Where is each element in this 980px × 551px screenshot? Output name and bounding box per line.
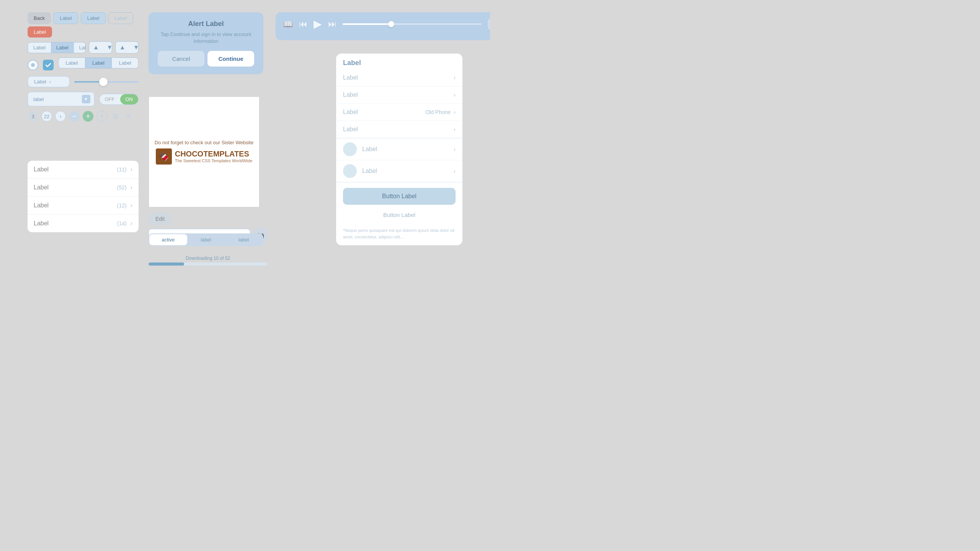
- right-section-header: Label: [336, 54, 462, 69]
- choco-icon: 🍫: [156, 148, 172, 165]
- list-item-label-2: Label: [34, 202, 117, 209]
- number-badge-2: 22: [41, 111, 52, 122]
- plus-outline-button[interactable]: +: [96, 111, 107, 122]
- segmented-tabs: active label label: [149, 233, 263, 246]
- seg-tab-2[interactable]: label: [225, 234, 263, 245]
- list-item-count-3: (14): [117, 220, 127, 227]
- right-item-value-2: Old Phone: [425, 109, 451, 115]
- seg-tab-1[interactable]: label: [187, 234, 225, 245]
- right-list-item-1[interactable]: Label ›: [336, 86, 462, 104]
- progress-label: Downloading 10 of 52: [149, 256, 267, 261]
- right-avatar-label-1: Label: [362, 168, 454, 174]
- step2-down-btn[interactable]: ▼: [129, 42, 139, 53]
- alert-body: Tap Continue and sign in to view account…: [158, 31, 254, 45]
- seg-item-2[interactable]: Label: [51, 42, 74, 53]
- toggle-on-btn[interactable]: ON: [120, 94, 139, 104]
- list-item-label-1: Label: [34, 184, 117, 191]
- player-book-btn[interactable]: 📖: [283, 20, 293, 29]
- list-item-1[interactable]: Label (52) ›: [28, 179, 139, 197]
- list-item-3[interactable]: Label (14) ›: [28, 215, 139, 232]
- list-item-count-1: (52): [117, 184, 127, 191]
- edit-button[interactable]: Edit: [149, 213, 172, 225]
- edit-row-1: Edit: [149, 213, 267, 225]
- right-panel: Label Label › Label › Label Old Phone › …: [336, 54, 462, 245]
- chevron-right-btn[interactable]: ›: [55, 111, 66, 122]
- slider-thumb[interactable]: [99, 78, 108, 86]
- choco-brand-area: CHOCOTEMPLATES The Sweetest CSS Template…: [175, 150, 253, 163]
- label-button-3[interactable]: Label: [108, 12, 134, 24]
- list-icon-1[interactable]: ☰: [110, 111, 121, 122]
- toggle-off-btn[interactable]: OFF: [100, 94, 120, 104]
- avatar-0: [343, 142, 357, 156]
- label-button-1[interactable]: Label: [53, 12, 78, 24]
- media-player: 📖 ⏮ ▶ ⏭ ✉: [276, 12, 490, 40]
- player-fill: [343, 23, 391, 25]
- radio-button[interactable]: [28, 60, 38, 70]
- right-secondary-button[interactable]: Button Label: [343, 208, 456, 222]
- list-item-chevron-0: ›: [131, 166, 132, 173]
- seg-item-1[interactable]: Label: [28, 42, 51, 53]
- disclosure-chevron-icon: ›: [49, 79, 51, 85]
- disclosure-slider-row: Label ›: [28, 76, 139, 87]
- checkbox-button[interactable]: [43, 60, 54, 70]
- dropdown[interactable]: label ▼: [28, 92, 95, 106]
- dropdown-label: label: [33, 96, 79, 102]
- seg3-item-2[interactable]: Label: [85, 58, 112, 68]
- right-item-label-3: Label: [343, 126, 454, 133]
- right-avatar-chevron-1: ›: [454, 168, 456, 174]
- alert-continue-button[interactable]: Continue: [207, 51, 254, 67]
- label-button-red[interactable]: Label: [28, 26, 52, 37]
- progress-area: Downloading 10 of 52: [149, 256, 267, 266]
- right-item-label-1: Label: [343, 91, 454, 98]
- label-button-2[interactable]: Label: [81, 12, 106, 24]
- step-up-btn[interactable]: ▲: [89, 42, 103, 53]
- right-list-item-3[interactable]: Label ›: [336, 121, 462, 138]
- disclosure-button[interactable]: Label ›: [28, 76, 70, 87]
- right-chevron-3: ›: [454, 126, 456, 132]
- list-item-chevron-1: ›: [131, 184, 132, 191]
- player-controls: 📖 ⏮ ▶ ⏭ ✉: [283, 18, 490, 30]
- segmented-control[interactable]: Label Label Label: [28, 42, 86, 53]
- right-primary-button[interactable]: Button Label: [343, 188, 456, 205]
- right-list-item-0[interactable]: Label ›: [336, 69, 462, 86]
- avatar-1: [343, 164, 357, 178]
- right-avatar-item-1[interactable]: Label ›: [336, 160, 462, 182]
- dropdown-arrow-icon: ▼: [82, 95, 90, 103]
- ad-box: Do not forget to check out our Sister We…: [149, 96, 260, 207]
- list-icons: ☰ ≡: [110, 111, 134, 122]
- seg-tab-active[interactable]: active: [149, 234, 187, 245]
- alert-buttons: Cancel Continue: [158, 51, 254, 67]
- seg-item-3[interactable]: Label: [74, 42, 86, 53]
- segmented-tabs-container: active label label: [149, 233, 263, 249]
- list-item-label-0: Label: [34, 166, 117, 173]
- back-button[interactable]: Back: [28, 12, 51, 24]
- right-list-item-2[interactable]: Label Old Phone ›: [336, 104, 462, 121]
- player-thumb[interactable]: [388, 21, 394, 27]
- ad-text: Do not forget to check out our Sister We…: [155, 140, 253, 145]
- plus-circle-button[interactable]: +: [83, 111, 93, 122]
- dropdown-toggle-row: label ▼ OFF ON: [28, 92, 139, 106]
- player-mail-icon[interactable]: ✉: [488, 19, 490, 29]
- minus-button[interactable]: −: [69, 111, 80, 122]
- seg3-item-3[interactable]: Label: [112, 58, 138, 68]
- player-play-btn[interactable]: ▶: [314, 18, 322, 30]
- list-item-0[interactable]: Label (11) ›: [28, 161, 139, 179]
- player-rewind-btn[interactable]: ⏮: [299, 19, 307, 29]
- disclosure-label: Label: [34, 79, 46, 85]
- list-icon-2[interactable]: ≡: [123, 111, 134, 122]
- progress-track: [149, 262, 267, 266]
- alert-cancel-button[interactable]: Cancel: [158, 51, 204, 67]
- right-avatar-item-0[interactable]: Label ›: [336, 139, 462, 160]
- step2-up-btn[interactable]: ▲: [116, 42, 129, 53]
- player-fastforward-btn[interactable]: ⏭: [328, 19, 336, 29]
- list-panel: Label (11) › Label (52) › Label (12) › L…: [28, 161, 139, 232]
- seg3-item-1[interactable]: Label: [59, 58, 85, 68]
- list-item-chevron-3: ›: [131, 220, 132, 227]
- step-down-btn[interactable]: ▼: [103, 42, 112, 53]
- list-item-2[interactable]: Label (12) ›: [28, 197, 139, 215]
- slider-track[interactable]: [74, 81, 139, 83]
- left-panel: Back Label Label Label Label Label Label…: [28, 12, 139, 126]
- right-item-label-2: Label: [343, 109, 425, 116]
- segmented-3items[interactable]: Label Label Label: [58, 57, 139, 68]
- player-slider[interactable]: [343, 23, 482, 25]
